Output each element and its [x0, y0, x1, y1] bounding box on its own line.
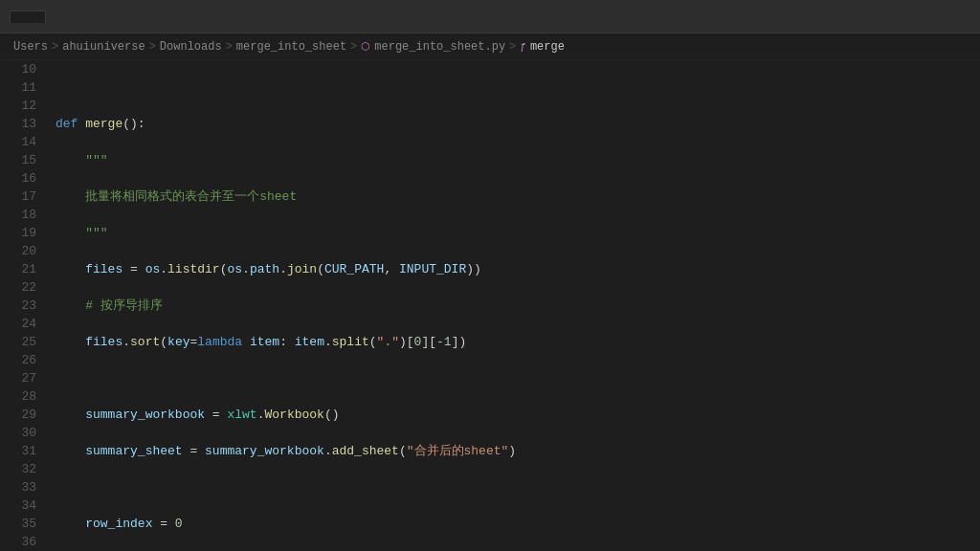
ln-29: 29	[0, 406, 36, 424]
file-icon: ⬡	[361, 40, 370, 53]
ln-36: 36	[0, 533, 36, 551]
function-icon: ƒ	[520, 41, 526, 53]
breadcrumb-function[interactable]: merge	[530, 40, 565, 54]
code-line-12: """	[56, 151, 980, 169]
ln-24: 24	[0, 315, 36, 333]
ln-28: 28	[0, 387, 36, 406]
code-line-13: 批量将相同格式的表合并至一个sheet	[56, 187, 980, 206]
code-line-19: summary_workbook = xlwt.Workbook()	[56, 406, 980, 424]
ln-13: 13	[0, 115, 36, 133]
line-numbers: 10 11 12 13 14 15 16 17 18 19 20 21 22 2…	[0, 60, 46, 551]
ln-33: 33	[0, 478, 36, 496]
code-line-20: summary_sheet = summary_workbook.add_she…	[56, 442, 980, 460]
breadcrumb-sep-5: >	[509, 40, 516, 54]
code-line-17: files.sort(key=lambda item: item.split("…	[56, 333, 980, 351]
ln-15: 15	[0, 151, 36, 169]
ln-26: 26	[0, 351, 36, 369]
breadcrumb-downloads[interactable]: Downloads	[160, 40, 222, 54]
ln-34: 34	[0, 496, 36, 515]
ln-16: 16	[0, 169, 36, 187]
breadcrumb-sep-2: >	[149, 40, 156, 54]
code-content[interactable]: def merge(): """ 批量将相同格式的表合并至一个sheet """…	[46, 60, 980, 551]
breadcrumb-sep-3: >	[226, 40, 233, 54]
breadcrumb-ahuiuniverse[interactable]: ahuiuniverse	[62, 40, 145, 54]
code-line-15: files = os.listdir(os.path.join(CUR_PATH…	[56, 260, 980, 278]
code-line-11: def merge():	[56, 115, 980, 133]
code-line-18	[56, 369, 980, 387]
breadcrumb-sep-4: >	[350, 40, 357, 54]
ln-11: 11	[0, 78, 36, 97]
breadcrumb-users[interactable]: Users	[13, 40, 48, 54]
ln-27: 27	[0, 369, 36, 387]
ln-17: 17	[0, 187, 36, 206]
code-line-10	[56, 78, 980, 97]
code-line-14: """	[56, 224, 980, 242]
breadcrumb-merge-into-sheet[interactable]: merge_into_sheet	[236, 40, 346, 54]
ln-32: 32	[0, 460, 36, 478]
ln-25: 25	[0, 333, 36, 351]
title-bar	[0, 0, 980, 33]
ln-14: 14	[0, 133, 36, 151]
ln-23: 23	[0, 297, 36, 315]
ln-10: 10	[0, 60, 36, 78]
ln-20: 20	[0, 242, 36, 260]
ln-22: 22	[0, 278, 36, 297]
ln-31: 31	[0, 442, 36, 460]
breadcrumb: Users > ahuiuniverse > Downloads > merge…	[0, 33, 980, 60]
ln-21: 21	[0, 260, 36, 278]
ln-19: 19	[0, 224, 36, 242]
ln-12: 12	[0, 97, 36, 115]
editor-tab[interactable]	[10, 11, 46, 23]
code-line-22: row_index = 0	[56, 515, 980, 533]
code-line-21	[56, 478, 980, 496]
breadcrumb-filename[interactable]: merge_into_sheet.py	[374, 40, 505, 54]
breadcrumb-sep-1: >	[52, 40, 58, 54]
ln-30: 30	[0, 424, 36, 442]
code-line-16: # 按序导排序	[56, 297, 980, 315]
editor: 10 11 12 13 14 15 16 17 18 19 20 21 22 2…	[0, 60, 980, 551]
ln-35: 35	[0, 515, 36, 533]
ln-18: 18	[0, 206, 36, 224]
